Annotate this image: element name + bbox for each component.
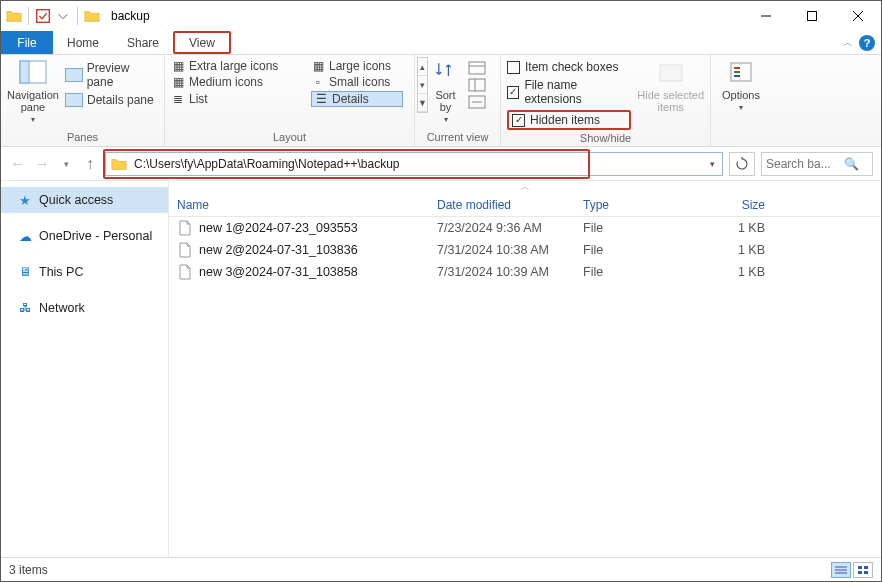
size-columns-button[interactable] xyxy=(468,95,486,109)
navigation-row: ← → ▾ ↑ C:\Users\fy\AppData\Roaming\Note… xyxy=(1,147,881,181)
address-bar[interactable]: C:\Users\fy\AppData\Roaming\Notepad++\ba… xyxy=(105,152,723,176)
refresh-button[interactable] xyxy=(729,152,755,176)
ribbon-group-layout: ▦Extra large icons ▦Large icons ▦Medium … xyxy=(165,55,415,146)
grid-icon: ▦ xyxy=(171,59,185,73)
cloud-icon: ☁ xyxy=(17,228,33,244)
svg-rect-22 xyxy=(858,571,862,574)
file-name: new 1@2024-07-23_093553 xyxy=(199,221,429,235)
search-input[interactable] xyxy=(766,157,840,171)
layout-large[interactable]: ▦Large icons xyxy=(311,59,407,73)
ribbon: Navigation pane ▾ Preview pane Details p… xyxy=(1,55,881,147)
column-name[interactable]: Name xyxy=(169,198,429,212)
refresh-icon xyxy=(735,157,749,171)
layout-extra-large[interactable]: ▦Extra large icons xyxy=(171,59,299,73)
svg-rect-7 xyxy=(469,62,485,74)
explorer-window: backup File Home Share View ︿ ? Navigati… xyxy=(0,0,882,582)
add-columns-button[interactable] xyxy=(468,78,486,92)
tab-view[interactable]: View xyxy=(173,31,231,54)
group-by-button[interactable] xyxy=(468,61,486,75)
grid-icon: ▦ xyxy=(171,75,185,89)
up-button[interactable]: ↑ xyxy=(81,155,99,173)
options-button[interactable]: Options ▾ xyxy=(722,57,760,112)
hidden-items-checkbox[interactable]: Hidden items xyxy=(512,113,626,127)
hide-selected-label: Hide selected items xyxy=(637,89,704,113)
column-headers: Name Date modified Type Size xyxy=(169,193,881,217)
svg-rect-6 xyxy=(20,61,29,83)
preview-pane-button[interactable]: Preview pane xyxy=(65,61,158,89)
collapse-ribbon-icon[interactable]: ︿ xyxy=(843,36,853,50)
ribbon-tabs: File Home Share View ︿ ? xyxy=(1,31,881,55)
file-type: File xyxy=(575,265,697,279)
maximize-button[interactable] xyxy=(789,1,835,31)
layout-small[interactable]: ▫Small icons xyxy=(311,75,407,89)
navigation-pane-label: Navigation pane xyxy=(7,89,59,113)
titlebar: backup xyxy=(1,1,881,31)
tab-share[interactable]: Share xyxy=(113,31,173,54)
tab-file[interactable]: File xyxy=(1,31,53,54)
address-dropdown-icon[interactable]: ▾ xyxy=(702,159,722,169)
layout-list[interactable]: ≣List xyxy=(171,91,299,107)
address-path: C:\Users\fy\AppData\Roaming\Notepad++\ba… xyxy=(132,157,702,171)
file-icon xyxy=(177,242,193,258)
view-toggle xyxy=(831,562,873,578)
file-date: 7/31/2024 10:39 AM xyxy=(429,265,575,279)
sidebar-item-onedrive[interactable]: ☁OneDrive - Personal xyxy=(1,223,168,249)
content-area: ★Quick access ☁OneDrive - Personal 🖥This… xyxy=(1,181,881,557)
file-name-extensions-checkbox[interactable]: File name extensions xyxy=(507,78,631,106)
sidebar-item-this-pc[interactable]: 🖥This PC xyxy=(1,259,168,285)
tab-home[interactable]: Home xyxy=(53,31,113,54)
file-row[interactable]: new 1@2024-07-23_0935537/23/2024 9:36 AM… xyxy=(169,217,881,239)
sort-by-label: Sort by xyxy=(435,89,455,113)
folder-icon xyxy=(5,7,23,25)
preview-pane-label: Preview pane xyxy=(87,61,158,89)
search-box[interactable]: 🔍 xyxy=(761,152,873,176)
ribbon-group-label: Show/hide xyxy=(507,130,704,147)
details-pane-button[interactable]: Details pane xyxy=(65,93,158,107)
layout-medium[interactable]: ▦Medium icons xyxy=(171,75,299,89)
file-list-pane: ︿ Name Date modified Type Size new 1@202… xyxy=(169,181,881,557)
properties-icon[interactable] xyxy=(34,7,52,25)
file-size: 1 KB xyxy=(697,265,777,279)
column-size[interactable]: Size xyxy=(697,198,777,212)
ribbon-group-showhide: Item check boxes File name extensions Hi… xyxy=(501,55,711,146)
qat-separator xyxy=(77,7,78,25)
qat-dropdown-icon[interactable] xyxy=(54,7,72,25)
file-size: 1 KB xyxy=(697,221,777,235)
grid-icon: ▫ xyxy=(311,75,325,89)
hidden-items-highlight: Hidden items xyxy=(507,110,631,130)
thumb-view-icon xyxy=(857,565,869,575)
item-check-boxes-checkbox[interactable]: Item check boxes xyxy=(507,60,631,74)
hide-selected-button[interactable]: Hide selected items xyxy=(637,57,704,113)
sidebar-item-network[interactable]: 🖧Network xyxy=(1,295,168,321)
ribbon-group-label xyxy=(717,129,765,146)
ribbon-group-label: Layout xyxy=(171,129,408,146)
file-row[interactable]: new 2@2024-07-31_1038367/31/2024 10:38 A… xyxy=(169,239,881,261)
search-icon: 🔍 xyxy=(844,157,859,171)
back-button[interactable]: ← xyxy=(9,155,27,173)
file-type: File xyxy=(575,243,697,257)
svg-rect-0 xyxy=(37,10,50,23)
close-button[interactable] xyxy=(835,1,881,31)
list-icon: ≣ xyxy=(171,92,185,106)
chevron-down-icon: ▾ xyxy=(739,103,743,112)
details-view-icon xyxy=(835,565,847,575)
help-icon[interactable]: ? xyxy=(859,35,875,51)
sort-by-button[interactable]: Sort by ▾ xyxy=(430,57,462,124)
column-date[interactable]: Date modified xyxy=(429,198,575,212)
view-details-button[interactable] xyxy=(831,562,851,578)
svg-rect-21 xyxy=(864,566,868,569)
layout-details[interactable]: ☰Details xyxy=(311,91,403,107)
minimize-button[interactable] xyxy=(743,1,789,31)
forward-button[interactable]: → xyxy=(33,155,51,173)
sort-icon xyxy=(434,60,458,84)
column-type[interactable]: Type xyxy=(575,198,697,212)
recent-locations-button[interactable]: ▾ xyxy=(57,155,75,173)
checkbox-checked-icon xyxy=(512,114,525,127)
sidebar-item-quick-access[interactable]: ★Quick access xyxy=(1,187,168,213)
file-row[interactable]: new 3@2024-07-31_1038587/31/2024 10:39 A… xyxy=(169,261,881,283)
ribbon-group-panes: Navigation pane ▾ Preview pane Details p… xyxy=(1,55,165,146)
view-thumbnails-button[interactable] xyxy=(853,562,873,578)
file-size: 1 KB xyxy=(697,243,777,257)
svg-rect-15 xyxy=(734,71,740,73)
navigation-pane-button[interactable]: Navigation pane ▾ xyxy=(7,57,59,124)
